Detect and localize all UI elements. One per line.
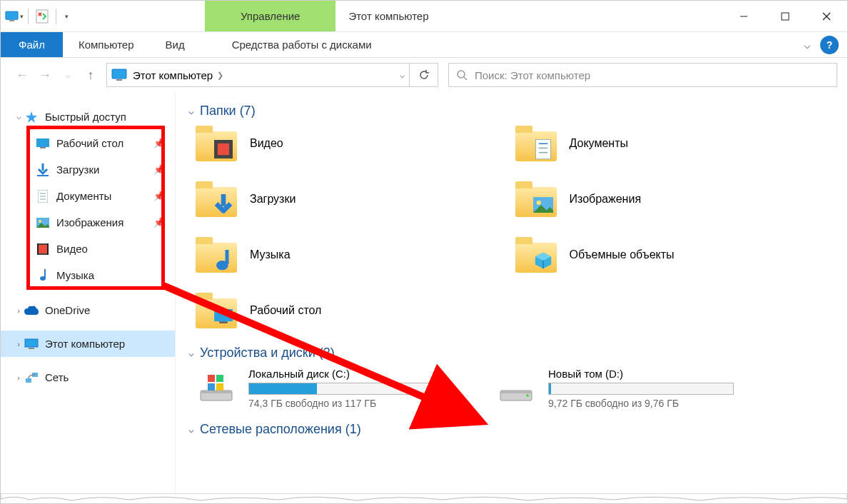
chevron-down-icon: ⌵ <box>188 424 194 435</box>
chevron-right-icon[interactable]: ❯ <box>217 71 223 80</box>
folder-documents[interactable]: Документы <box>515 126 835 161</box>
chevron-right-icon[interactable]: › <box>14 306 24 315</box>
folder-label: Документы <box>570 137 628 150</box>
desktop-icon <box>213 306 234 327</box>
chevron-down-icon: ⌵ <box>188 348 194 358</box>
ribbon-expand-button[interactable]: ⌵ <box>797 32 817 57</box>
search-box[interactable]: Поиск: Этот компьютер <box>448 63 837 87</box>
qat-customize-icon[interactable]: ▾ <box>61 7 71 26</box>
recent-locations-button[interactable]: ⌵ <box>56 64 79 86</box>
sidebar-item-network[interactable]: › Сеть <box>1 364 175 390</box>
properties-icon[interactable] <box>33 7 51 26</box>
this-pc-icon <box>24 337 39 351</box>
help-button[interactable]: ? <box>820 36 839 54</box>
svg-rect-31 <box>218 143 229 155</box>
svg-rect-22 <box>39 245 47 253</box>
sidebar-item-label: Рабочий стол <box>56 137 123 149</box>
section-header-devices[interactable]: ⌵ Устройства и диски (2) <box>188 346 834 361</box>
drive-icon <box>196 368 237 403</box>
svg-rect-26 <box>25 339 38 347</box>
svg-rect-1 <box>9 20 14 21</box>
back-button[interactable]: ← <box>11 64 34 86</box>
svg-rect-0 <box>6 11 18 19</box>
svg-rect-8 <box>116 79 122 81</box>
minimize-button[interactable] <box>723 1 764 32</box>
svg-rect-43 <box>208 375 215 382</box>
contextual-tab-label: Управление <box>241 10 300 22</box>
folder-pictures[interactable]: Изображения <box>515 181 835 217</box>
svg-rect-27 <box>29 348 34 349</box>
sidebar-item-pictures[interactable]: Изображения 📌 <box>1 209 175 236</box>
onedrive-icon <box>24 303 39 318</box>
svg-point-20 <box>39 220 41 223</box>
section-header-folders[interactable]: ⌵ Папки (7) <box>188 104 834 119</box>
pin-icon: 📌 <box>153 191 165 201</box>
folder-desktop[interactable]: Рабочий стол <box>196 293 515 328</box>
sidebar-item-documents[interactable]: Документы 📌 <box>1 183 175 209</box>
chevron-down-icon[interactable]: ⌵ <box>14 112 24 121</box>
videos-icon <box>213 138 234 160</box>
pin-icon: 📌 <box>153 138 165 148</box>
drive-c[interactable]: Локальный диск (C:) 74,3 ГБ свободно из … <box>196 368 453 409</box>
sidebar-item-label: OneDrive <box>45 304 90 316</box>
downloads-icon <box>213 194 234 216</box>
section-header-network-locations[interactable]: ⌵ Сетевые расположения (1) <box>188 422 834 437</box>
sidebar-item-this-pc[interactable]: › Этот компьютер <box>1 331 175 357</box>
sidebar-item-music[interactable]: Музыка <box>1 262 175 288</box>
drive-name: Локальный диск (C:) <box>248 368 453 380</box>
drive-d[interactable]: Новый том (D:) 9,72 ГБ свободно из 9,76 … <box>495 368 752 409</box>
music-icon <box>35 268 51 283</box>
documents-icon <box>532 138 554 160</box>
this-pc-icon[interactable]: ▾ <box>5 7 24 26</box>
forward-button[interactable]: → <box>34 64 56 86</box>
folder-3d-objects[interactable]: Объемные объекты <box>515 237 835 273</box>
svg-point-49 <box>526 394 529 397</box>
sidebar-item-videos[interactable]: Видео <box>1 236 175 262</box>
svg-rect-24 <box>47 243 49 255</box>
title-bar: ▾ ▾ Управление Этот компьютер <box>1 1 847 32</box>
tab-file[interactable]: Файл <box>1 32 63 57</box>
maximize-button[interactable] <box>764 1 806 32</box>
sidebar-item-desktop[interactable]: Рабочий стол 📌 <box>1 130 175 156</box>
search-placeholder: Поиск: Этот компьютер <box>475 69 590 81</box>
close-button[interactable] <box>806 1 847 32</box>
tab-computer[interactable]: Компьютер <box>63 32 150 57</box>
chevron-right-icon[interactable]: › <box>14 340 24 348</box>
tab-view[interactable]: Вид <box>150 32 201 57</box>
search-icon <box>456 69 468 81</box>
sidebar-item-label: Этот компьютер <box>45 338 125 350</box>
pictures-icon <box>532 194 554 216</box>
window-title: Этот компьютер <box>348 1 428 31</box>
tab-drive-tools[interactable]: Средства работы с дисками <box>216 32 388 57</box>
sidebar-item-downloads[interactable]: Загрузки 📌 <box>1 156 175 183</box>
address-bar[interactable]: Этот компьютер ❯ ⌵ <box>106 63 410 87</box>
folder-label: Загрузки <box>250 193 296 206</box>
folder-label: Изображения <box>570 193 642 206</box>
svg-rect-12 <box>36 138 49 147</box>
sidebar-item-label: Музыка <box>56 269 94 281</box>
address-text: Этот компьютер <box>133 69 213 81</box>
chevron-right-icon[interactable]: › <box>14 373 24 382</box>
navigation-bar: ← → ⌵ ↑ Этот компьютер ❯ ⌵ Поиск: Этот к… <box>1 58 847 92</box>
folder-label: Рабочий стол <box>250 304 321 317</box>
pictures-icon <box>35 216 51 230</box>
pin-icon: 📌 <box>153 164 165 175</box>
drive-free-text: 74,3 ГБ свободно из 117 ГБ <box>248 398 453 409</box>
sidebar-item-quick-access[interactable]: ⌵ Быстрый доступ <box>1 104 175 130</box>
chevron-down-icon[interactable]: ▾ <box>20 13 24 20</box>
folder-downloads[interactable]: Загрузки <box>196 181 515 217</box>
documents-icon <box>35 189 51 203</box>
videos-icon <box>35 242 51 256</box>
svg-rect-39 <box>214 309 233 321</box>
address-dropdown-icon[interactable]: ⌵ <box>400 70 405 80</box>
drive-capacity-bar <box>548 383 734 395</box>
refresh-button[interactable] <box>410 63 438 87</box>
network-icon <box>24 371 39 385</box>
up-button[interactable]: ↑ <box>79 64 102 86</box>
svg-rect-32 <box>535 139 551 159</box>
folder-videos[interactable]: Видео <box>196 126 515 161</box>
quick-access-toolbar: ▾ ▾ <box>1 1 75 31</box>
drive-icon <box>495 368 537 403</box>
sidebar-item-onedrive[interactable]: › OneDrive <box>1 297 175 323</box>
folder-music[interactable]: Музыка <box>196 237 515 273</box>
